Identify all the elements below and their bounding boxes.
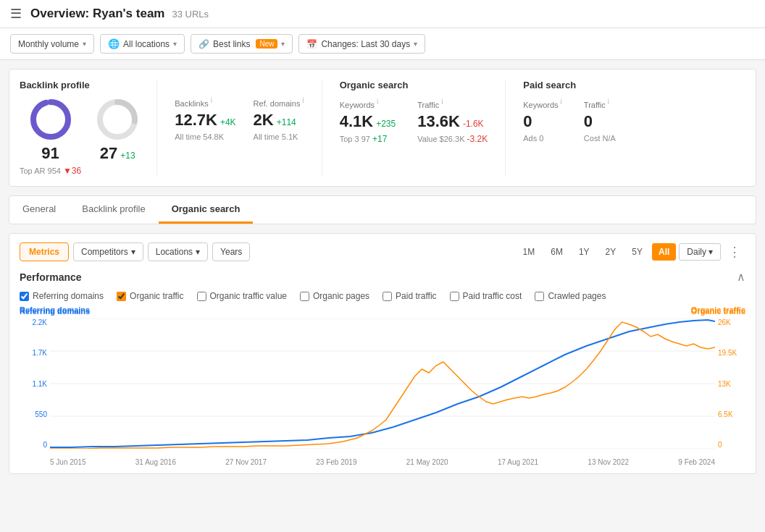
paid-traffic-label: Paid traffic: [396, 291, 436, 301]
collapse-button[interactable]: ∧: [737, 270, 745, 284]
organic-traffic-checkbox[interactable]: [117, 292, 126, 301]
chart-controls: Metrics Competitors ▾ Locations ▾ Years …: [9, 233, 756, 474]
tab-organic-search[interactable]: Organic search: [159, 196, 254, 224]
paid-traffic-value: 0: [584, 112, 593, 130]
monthly-volume-label: Monthly volume: [18, 39, 79, 49]
traffic-info-icon[interactable]: i: [441, 98, 443, 106]
traffic-value-row: Value $26.3K -3.2K: [417, 134, 488, 144]
organic-traffic-value-checkbox[interactable]: [197, 292, 206, 301]
chart-toolbar: Metrics Competitors ▾ Locations ▾ Years …: [20, 241, 745, 263]
more-options-button[interactable]: ⋮: [724, 241, 745, 263]
main-content: Backlink profile 91 Top AR 954 ▼36: [0, 60, 765, 483]
page-title: Overview: Ryan's team: [30, 7, 164, 21]
tab-general[interactable]: General: [9, 196, 69, 224]
svg-point-1: [33, 102, 68, 137]
metrics-button[interactable]: Metrics: [20, 242, 69, 261]
time-5y-button[interactable]: 5Y: [625, 243, 649, 261]
cost-row: Cost N/A: [584, 134, 616, 143]
keywords-value: 4.1K: [340, 112, 373, 131]
keywords-change: +235: [376, 119, 396, 129]
referring-domains-checkbox-item[interactable]: Referring domains: [20, 291, 104, 301]
organic-pages-checkbox[interactable]: [300, 292, 309, 301]
paid-traffic-label: Traffic i: [584, 98, 616, 109]
dropdown-arrow-icon: ▾: [83, 40, 86, 48]
backlinks-info-icon[interactable]: i: [211, 96, 212, 104]
locations-button[interactable]: Locations ▾: [148, 242, 208, 261]
all-locations-btn[interactable]: 🌐 All locations ▾: [100, 34, 185, 54]
referring-domains-checkbox[interactable]: [20, 292, 29, 301]
daily-label: Daily: [687, 247, 706, 257]
traffic-label: Traffic i: [417, 98, 488, 109]
organic-traffic-checkbox-item[interactable]: Organic traffic: [117, 291, 183, 301]
top-bar: ☰ Overview: Ryan's team 33 URLs: [0, 0, 765, 28]
time-2y-button[interactable]: 2Y: [599, 243, 623, 261]
ref-domains-change: +114: [277, 117, 296, 127]
dropdown-arrow-icon4: ▾: [414, 40, 417, 48]
keywords-stat: Keywords i 4.1K +235 Top 3 97 +17: [340, 98, 396, 144]
organic-search-section: Organic search Keywords i 4.1K +235 Top …: [322, 80, 506, 176]
checkboxes-row: Referring domains Organic traffic Organi…: [20, 291, 745, 301]
chart-toolbar-left: Metrics Competitors ▾ Locations ▾ Years: [20, 242, 250, 261]
dropdown-arrow-icon3: ▾: [281, 40, 285, 48]
competitors-arrow-icon: ▾: [131, 247, 135, 257]
time-6m-button[interactable]: 6M: [544, 243, 569, 261]
hamburger-icon[interactable]: ☰: [10, 6, 22, 22]
paid-keywords-info-icon[interactable]: i: [561, 98, 562, 106]
competitors-button[interactable]: Competitors ▾: [73, 242, 143, 261]
organic-traffic-label: Organic traffic: [130, 291, 183, 301]
tab-backlink-profile[interactable]: Backlink profile: [69, 196, 158, 224]
top3-row: Top 3 97 +17: [340, 134, 396, 144]
top-ar-row: Top AR 954 ▼36: [20, 166, 81, 176]
top-ar-change: ▼36: [63, 166, 81, 176]
ads-row: Ads 0: [523, 134, 562, 143]
new-badge: New: [256, 39, 277, 48]
years-button[interactable]: Years: [212, 242, 250, 261]
paid-traffic-checkbox[interactable]: [382, 292, 392, 301]
backlink-stats-row: Backlinks i 12.7K +4K All time 54.8K Ref…: [175, 96, 304, 141]
paid-keywords-stat: Keywords i 0 Ads 0: [523, 98, 562, 143]
paid-traffic-stat: Traffic i 0 Cost N/A: [584, 98, 616, 143]
paid-traffic-cost-checkbox-item[interactable]: Paid traffic cost: [450, 291, 522, 301]
crawled-pages-label: Crawled pages: [548, 291, 606, 301]
organic-search-stats: Keywords i 4.1K +235 Top 3 97 +17: [340, 98, 488, 144]
daily-button[interactable]: Daily ▾: [679, 243, 721, 261]
traffic-value: 13.6K: [417, 112, 460, 131]
organic-traffic-value-label: Organic traffic value: [210, 291, 288, 301]
paid-search-section: Paid search Keywords i 0 Ads 0: [506, 80, 633, 176]
link-icon: 🔗: [198, 39, 209, 49]
top-ar-value: 954: [48, 166, 61, 175]
chart-area: Referring domains Organic traffic Referr…: [20, 307, 745, 466]
url-count: 33 URLs: [172, 9, 209, 20]
organic-search-title: Organic search: [340, 80, 488, 90]
crawled-pages-checkbox[interactable]: [535, 292, 544, 301]
ref-domains-stat: Ref. domains i 2K +114 All time 5.1K: [254, 96, 304, 141]
time-all-button[interactable]: All: [652, 243, 676, 261]
paid-traffic-cost-checkbox[interactable]: [450, 292, 459, 301]
best-links-btn[interactable]: 🔗 Best links New ▾: [191, 34, 293, 54]
keywords-info-icon[interactable]: i: [377, 98, 378, 106]
paid-keywords-label: Keywords i: [523, 98, 562, 109]
time-1y-button[interactable]: 1Y: [572, 243, 596, 261]
time-1m-button[interactable]: 1M: [517, 243, 542, 261]
globe-icon: 🌐: [108, 38, 120, 49]
backlinks-value: 12.7K: [175, 111, 217, 130]
backlinks-label: Backlinks i: [175, 96, 235, 108]
performance-title: Performance: [20, 271, 82, 283]
chart-svg: [50, 318, 715, 449]
top-ar-label: Top AR: [20, 166, 48, 175]
crawled-pages-checkbox-item[interactable]: Crawled pages: [535, 291, 606, 301]
backlinks-stat: Backlinks i 12.7K +4K All time 54.8K: [175, 96, 235, 141]
paid-traffic-info-icon[interactable]: i: [608, 98, 609, 106]
changes-btn[interactable]: 📅 Changes: Last 30 days ▾: [298, 34, 425, 54]
ref-domains-info-icon[interactable]: i: [302, 96, 304, 104]
ref-domains-alltime: All time 5.1K: [254, 132, 304, 141]
paid-traffic-cost-label: Paid traffic cost: [463, 291, 522, 301]
locations-label: Locations: [156, 247, 193, 257]
monthly-volume-btn[interactable]: Monthly volume ▾: [10, 34, 94, 54]
organic-pages-checkbox-item[interactable]: Organic pages: [300, 291, 369, 301]
changes-label: Changes: Last 30 days: [321, 39, 410, 49]
keywords-label: Keywords i: [340, 98, 396, 109]
best-links-label: Best links: [213, 39, 250, 49]
organic-traffic-value-checkbox-item[interactable]: Organic traffic value: [197, 291, 288, 301]
paid-traffic-checkbox-item[interactable]: Paid traffic: [382, 291, 436, 301]
